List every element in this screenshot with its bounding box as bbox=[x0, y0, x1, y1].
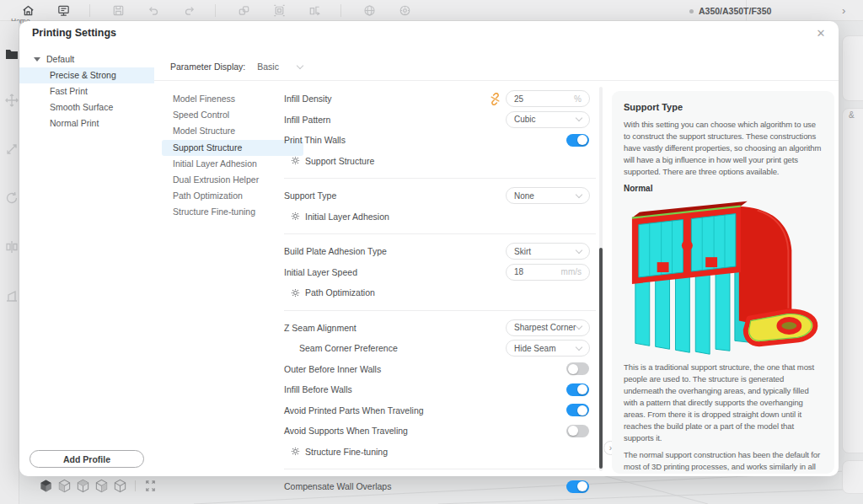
panel-expand-icon[interactable]: › bbox=[842, 4, 845, 17]
dropdown[interactable]: Cubic bbox=[506, 111, 590, 128]
toolbar-divider bbox=[89, 4, 90, 17]
setting-row: Infill PatternCubic bbox=[284, 110, 596, 131]
setting-label: Seam Corner Preference bbox=[284, 343, 506, 353]
setting-row: Initial Layer Speed18mm/s bbox=[284, 262, 596, 283]
fit-view-icon[interactable] bbox=[143, 479, 158, 493]
chevron-down-icon bbox=[576, 191, 582, 198]
nav-item[interactable]: Support Structure bbox=[162, 140, 303, 156]
preferences-icon[interactable] bbox=[397, 3, 412, 18]
nav-item[interactable]: Model Fineness bbox=[162, 91, 303, 107]
parameter-display-value[interactable]: Basic bbox=[257, 62, 279, 72]
gear-icon bbox=[291, 288, 300, 298]
undo-icon[interactable] bbox=[146, 3, 161, 18]
section-label: Initial Layer Adhesion bbox=[305, 212, 389, 222]
toggle-knob bbox=[568, 426, 578, 436]
align-icon[interactable] bbox=[271, 3, 287, 18]
nav-item[interactable]: Structure Fine-tuning bbox=[162, 204, 303, 220]
setting-label: Build Plate Adhesion Type bbox=[284, 246, 506, 256]
dropdown-value: Sharpest Corner bbox=[514, 323, 576, 332]
setting-label: Infill Before Walls bbox=[284, 384, 566, 394]
view-toolbar bbox=[39, 479, 158, 493]
parameter-display-label: Parameter Display: bbox=[170, 62, 245, 72]
toggle[interactable] bbox=[566, 362, 589, 375]
settings-rows: Infill Density25%Infill PatternCubicPrin… bbox=[284, 88, 596, 497]
divider bbox=[284, 233, 596, 234]
toggle[interactable] bbox=[566, 134, 589, 147]
chevron-down-icon bbox=[576, 115, 582, 121]
dock-card bbox=[842, 108, 863, 453]
input-value: 25 bbox=[514, 94, 523, 104]
unit-suffix: % bbox=[574, 94, 582, 104]
mirror-tool-icon[interactable] bbox=[4, 239, 19, 255]
setting-row: Z Seam AlignmentSharpest Corner bbox=[284, 318, 596, 339]
support-type-illustration bbox=[624, 195, 824, 355]
add-profile-button[interactable]: Add Profile bbox=[29, 450, 144, 468]
device-selector[interactable]: A350/A350T/F350 bbox=[689, 6, 771, 16]
profile-group-label: Default bbox=[46, 54, 74, 64]
workspace-icon[interactable] bbox=[56, 3, 71, 18]
nav-item[interactable]: Model Structure bbox=[162, 123, 303, 139]
nav-item[interactable]: Speed Control bbox=[162, 107, 303, 123]
profile-item[interactable]: Fast Print bbox=[19, 83, 154, 99]
section-label: Support Structure bbox=[305, 156, 374, 166]
scale-tool-icon[interactable] bbox=[4, 142, 19, 157]
right-view-icon[interactable] bbox=[113, 479, 127, 493]
toggle[interactable] bbox=[566, 425, 589, 437]
help-subheading: Normal bbox=[624, 184, 823, 193]
open-file-icon[interactable] bbox=[4, 46, 19, 62]
section-header[interactable]: Initial Layer Adhesion bbox=[284, 206, 596, 228]
toggle[interactable] bbox=[566, 404, 589, 416]
dropdown-value: Skirt bbox=[514, 247, 531, 256]
nav-item[interactable]: Dual Extrusion Helper bbox=[162, 172, 303, 188]
top-view-icon[interactable] bbox=[76, 479, 90, 493]
mirror-icon[interactable] bbox=[307, 3, 322, 18]
arrange-icon[interactable] bbox=[236, 3, 251, 18]
chevron-down-icon[interactable] bbox=[297, 62, 303, 68]
section-header[interactable]: Structure Fine-tuning bbox=[284, 442, 596, 463]
chevron-down-icon bbox=[576, 323, 582, 330]
setting-row: Print Thin Walls bbox=[284, 130, 596, 151]
divider bbox=[284, 310, 596, 311]
scrollbar-thumb[interactable] bbox=[599, 248, 603, 469]
move-tool-icon[interactable] bbox=[4, 93, 19, 108]
profile-group-row[interactable]: Default bbox=[19, 51, 154, 67]
profile-item[interactable]: Smooth Surface bbox=[19, 99, 154, 115]
section-label: Path Optimization bbox=[305, 287, 375, 298]
rotate-tool-icon[interactable] bbox=[4, 190, 19, 206]
help-intro: With this setting you can choose which a… bbox=[624, 119, 823, 178]
dropdown-value: Cubic bbox=[514, 115, 536, 124]
left-view-icon[interactable] bbox=[94, 479, 109, 493]
support-tool-icon[interactable] bbox=[4, 288, 19, 303]
section-header[interactable]: Support Structure bbox=[284, 151, 596, 172]
toggle[interactable] bbox=[566, 383, 589, 396]
help-body: This is a traditional support structure,… bbox=[624, 362, 823, 444]
nav-item[interactable]: Initial Layer Adhesion bbox=[162, 156, 303, 172]
dropdown[interactable]: Skirt bbox=[506, 243, 590, 260]
setting-row: Avoid Supports When Traveling bbox=[284, 421, 596, 442]
help-title: Support Type bbox=[624, 102, 823, 112]
profile-item[interactable]: Precise & Strong bbox=[19, 67, 154, 83]
dropdown[interactable]: None bbox=[506, 187, 590, 204]
isometric-view-icon[interactable] bbox=[39, 479, 53, 493]
language-icon[interactable] bbox=[362, 3, 377, 18]
home-icon[interactable] bbox=[20, 3, 35, 18]
printing-settings-dialog: Printing Settings ✕ Default Precise & St… bbox=[19, 21, 839, 476]
toggle-knob bbox=[577, 405, 587, 416]
redo-icon[interactable] bbox=[181, 3, 196, 18]
close-icon[interactable]: ✕ bbox=[813, 26, 828, 41]
section-header[interactable]: Path Optimization bbox=[284, 282, 596, 303]
setting-label: Initial Layer Speed bbox=[284, 267, 506, 277]
toggle[interactable] bbox=[566, 480, 589, 493]
dropdown[interactable]: Hide Seam bbox=[506, 340, 590, 357]
value-input[interactable]: 25% bbox=[506, 90, 590, 107]
value-input[interactable]: 18mm/s bbox=[506, 264, 590, 281]
profile-item[interactable]: Normal Print bbox=[19, 115, 154, 131]
nav-item[interactable]: Path Optimization bbox=[162, 188, 303, 204]
unlink-icon[interactable] bbox=[489, 93, 501, 105]
input-value: 18 bbox=[514, 267, 523, 276]
save-icon[interactable] bbox=[110, 3, 126, 18]
device-name: A350/A350T/F350 bbox=[699, 6, 771, 16]
front-view-icon[interactable] bbox=[57, 479, 72, 493]
settings-body: Model FinenessSpeed ControlModel Structu… bbox=[154, 82, 839, 476]
dropdown[interactable]: Sharpest Corner bbox=[506, 319, 590, 336]
